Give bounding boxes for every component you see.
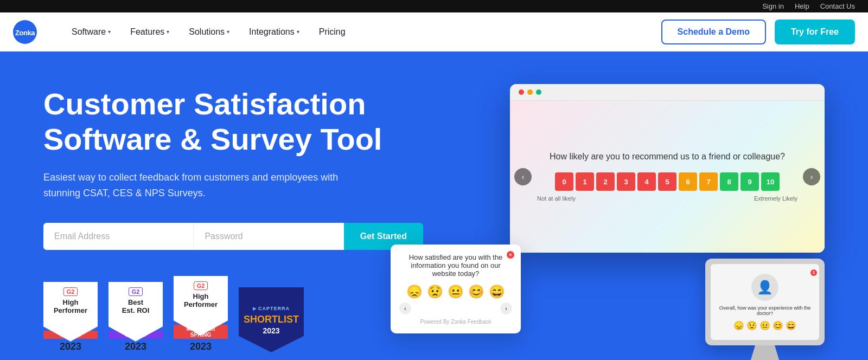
badge-year-3: 2023 [190,341,212,352]
nps-9[interactable]: 9 [741,172,759,191]
tablet-avatar: 👤 [751,274,778,301]
g2-label: G2 [63,287,78,296]
schedule-demo-button[interactable]: Schedule a Demo [661,20,766,44]
signin-link[interactable]: Sign in [762,2,784,10]
emoji-neutral[interactable]: 😐 [448,284,464,299]
capterra-year: 2023 [263,326,279,335]
badge-high-performer: G2 HighPerformer SPRING 2023 [43,282,98,352]
badge-high-performer-mid: G2 HighPerformer Mid-MarketSPRING 2023 [174,276,228,352]
nps-scale: 0 1 2 3 4 5 6 7 8 9 10 [555,172,780,191]
tablet-notification-dot: 1 [810,269,817,276]
nps-high-label: Extremely Likely [754,195,797,202]
nps-0[interactable]: 0 [555,172,573,191]
svg-text:Zonka: Zonka [15,29,35,37]
nav-software[interactable]: Software ▾ [63,23,119,41]
nav-solutions[interactable]: Solutions ▾ [180,23,238,41]
nps-3[interactable]: 3 [617,172,635,191]
emoji-bad[interactable]: 😟 [427,284,443,299]
nps-question: How likely are you to recommend us to a … [550,152,785,162]
nps-low-label: Not at all likely [537,195,576,202]
window-close-dot [519,89,524,95]
tablet-screen: 1 👤 Overall, how was your experience wit… [711,264,819,340]
window-expand-dot [536,89,541,95]
nps-1[interactable]: 1 [576,172,594,191]
emoji-good[interactable]: 😊 [468,284,484,299]
hero-right: ‹ How likely are you to recommend us to … [423,84,825,355]
capterra-logo-label: ▸ Capterra [253,305,290,312]
top-bar: Sign in Help Contact Us [0,0,868,12]
card-footer: Powered By Zonka Feedback [399,319,512,325]
nps-4[interactable]: 4 [637,172,656,191]
card-nav: ‹ › [399,303,512,314]
hero-title: Customer Satisfaction Software & Survey … [43,87,423,157]
password-input[interactable] [193,223,343,250]
tablet-emoji-1[interactable]: 😞 [733,320,744,331]
avatar-icon: 👤 [757,280,773,295]
carousel-next-button[interactable]: › [803,168,820,185]
nav-pricing[interactable]: Pricing [310,23,354,41]
hero-section: Customer Satisfaction Software & Survey … [0,52,868,360]
nav-features[interactable]: Features ▾ [122,23,178,41]
nps-7[interactable]: 7 [699,172,718,191]
badge-title-1: HighPerformer [54,298,87,315]
badge-title-2: BestEst. ROI [122,298,150,315]
nps-8[interactable]: 8 [720,172,738,191]
nps-10[interactable]: 10 [761,172,780,191]
emoji-great[interactable]: 😄 [489,284,505,299]
tablet-emoji-row: 😞 😟 😐 😊 😄 [733,320,796,331]
nav-integrations[interactable]: Integrations ▾ [240,23,308,41]
tablet-emoji-2[interactable]: 😟 [746,320,757,331]
emoji-very-bad[interactable]: 😞 [406,284,423,299]
chevron-down-icon: ▾ [167,29,169,35]
window-minimize-dot [527,89,533,95]
card-prev-button[interactable]: ‹ [399,303,411,314]
card-next-button[interactable]: › [500,303,512,314]
nav-links: Software ▾ Features ▾ Solutions ▾ Integr… [63,23,661,41]
badge-best-roi: G2 BestEst. ROI SPRING 2023 [108,282,163,352]
help-link[interactable]: Help [795,2,809,10]
browser-content: ‹ How likely are you to recommend us to … [510,101,825,253]
emoji-rating-row: 😞 😟 😐 😊 😄 [399,284,512,299]
badges-row: G2 HighPerformer SPRING 2023 G2 BestEst.… [43,276,423,352]
floating-satisfaction-card: × How satisfied are you with the informa… [391,245,521,333]
nps-6[interactable]: 6 [679,172,697,191]
browser-mockup: ‹ How likely are you to recommend us to … [510,84,825,253]
hero-subtitle: Easiest way to collect feedback from cus… [43,170,369,201]
contact-link[interactable]: Contact Us [820,2,855,10]
tablet-stand [749,345,781,360]
badge-capterra: ▸ Capterra SHORTLIST 2023 [239,287,304,352]
email-input[interactable] [43,223,193,250]
logo-icon: Zonka [13,20,37,44]
tablet-kiosk-mockup: 1 👤 Overall, how was your experience wit… [705,259,825,360]
nps-5[interactable]: 5 [658,172,676,191]
hero-left: Customer Satisfaction Software & Survey … [43,87,423,352]
tablet-emoji-5[interactable]: 😄 [786,320,796,331]
close-dot[interactable]: × [507,251,514,259]
badge-year-2: 2023 [125,341,146,352]
tablet-emoji-4[interactable]: 😊 [773,320,783,331]
browser-bar [510,84,825,101]
badge-year-1: 2023 [60,341,81,352]
nav-actions: Schedule a Demo Try for Free [661,20,855,44]
chevron-down-icon: ▾ [297,29,299,35]
try-free-button[interactable]: Try for Free [775,20,855,44]
carousel-prev-button[interactable]: ‹ [514,168,532,185]
chevron-down-icon: ▾ [108,29,111,35]
navbar: Zonka Software ▾ Features ▾ Solutions ▾ … [0,12,868,52]
chevron-down-icon: ▾ [227,29,229,35]
tablet-emoji-3[interactable]: 😐 [760,320,770,331]
g2-label-3: G2 [194,281,208,290]
nps-2[interactable]: 2 [596,172,615,191]
hero-signup-form: Get Started [43,223,423,250]
logo[interactable]: Zonka [13,20,37,44]
tablet-question: Overall, how was your experience with th… [715,305,815,316]
satisfaction-question: How satisfied are you with the informati… [399,253,512,278]
badge-title-3: HighPerformer [184,292,218,309]
capterra-shortlist-label: SHORTLIST [244,314,299,324]
g2-label-2: G2 [129,287,143,296]
tablet-frame: 1 👤 Overall, how was your experience wit… [705,259,825,345]
capterra-shield: ▸ Capterra SHORTLIST 2023 [239,287,304,352]
nps-labels: Not at all likely Extremely Likely [537,195,797,202]
